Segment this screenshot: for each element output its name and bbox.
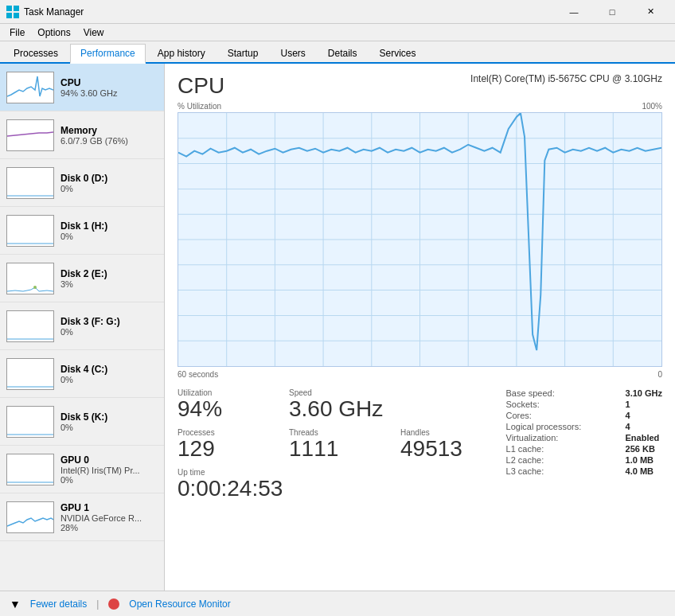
disk3-thumbnail [6, 310, 54, 342]
disk5-sidebar-info: Disk 5 (K:) 0% [60, 411, 158, 432]
disk5-thumbnail [6, 406, 54, 438]
l1-key: L1 cache: [506, 444, 626, 454]
tab-details[interactable]: Details [318, 44, 368, 62]
gpu1-sidebar-info: GPU 1 NVIDIA GeForce R...28% [60, 502, 158, 532]
tab-performance[interactable]: Performance [70, 44, 146, 64]
l3-val: 4.0 MB [626, 466, 654, 476]
virt-val: Enabled [626, 433, 660, 443]
disk2-sidebar-info: Disk 2 (E:) 3% [60, 268, 158, 289]
fewer-details-link[interactable]: Fewer details [30, 598, 87, 610]
tab-startup[interactable]: Startup [217, 44, 269, 62]
gpu0-sidebar-subtitle: Intel(R) Iris(TM) Pr...0% [60, 466, 158, 485]
virt-key: Virtualization: [506, 433, 626, 443]
utilization-speed-row: Utilization 94% Speed 3.60 GHz [178, 388, 490, 422]
stats-section: Utilization 94% Speed 3.60 GHz Processes… [178, 388, 490, 501]
utilization-stat: Utilization 94% [178, 388, 257, 422]
sidebar-item-disk0[interactable]: Disk 0 (D:) 0% [0, 159, 164, 207]
chart-label-utilization: % Utilization [178, 102, 221, 111]
tab-processes[interactable]: Processes [3, 44, 68, 62]
memory-sidebar-subtitle: 6.0/7.9 GB (76%) [60, 136, 158, 146]
svg-rect-11 [7, 359, 53, 389]
disk4-sidebar-title: Disk 4 (C:) [60, 364, 158, 375]
monitor-icon [108, 598, 119, 610]
disk3-sidebar-info: Disk 3 (F: G:) 0% [60, 316, 158, 337]
cpu-sidebar-subtitle: 94% 3.60 GHz [60, 88, 158, 98]
disk4-thumbnail [6, 358, 54, 390]
sidebar-item-cpu[interactable]: CPU 94% 3.60 GHz [0, 64, 164, 111]
memory-thumbnail [6, 119, 54, 151]
disk0-sidebar-title: Disk 0 (D:) [60, 173, 158, 184]
processes-value: 129 [178, 437, 257, 462]
logical-key: Logical processors: [506, 422, 626, 431]
disk1-sidebar-title: Disk 1 (H:) [60, 220, 158, 232]
gpu1-sidebar-title: GPU 1 [60, 502, 158, 513]
disk2-sidebar-title: Disk 2 (E:) [60, 268, 158, 279]
svg-rect-13 [7, 454, 53, 485]
tab-users[interactable]: Users [270, 44, 315, 62]
svg-rect-8 [7, 263, 53, 294]
disk3-sidebar-title: Disk 3 (F: G:) [60, 316, 158, 327]
speed-value: 3.60 GHz [289, 397, 383, 422]
maximize-button[interactable]: □ [594, 0, 630, 24]
open-resource-monitor-link[interactable]: Open Resource Monitor [129, 598, 230, 610]
svg-rect-0 [6, 6, 12, 11]
menu-view[interactable]: View [77, 25, 111, 40]
l2-val: 1.0 MB [626, 455, 654, 465]
cpu-info-table: Base speed: 3.10 GHz Sockets: 1 Cores: 4… [506, 388, 662, 501]
svg-rect-10 [7, 311, 53, 341]
l2-row: L2 cache: 1.0 MB [506, 455, 662, 465]
app-icon [6, 6, 19, 18]
gpu1-thumbnail [6, 501, 54, 533]
sidebar-item-gpu1[interactable]: GPU 1 NVIDIA GeForce R...28% [0, 493, 164, 541]
cores-key: Cores: [506, 411, 626, 420]
base-speed-row: Base speed: 3.10 GHz [506, 388, 662, 398]
sidebar: CPU 94% 3.60 GHz Memory 6.0/7.9 GB (76%) [0, 64, 165, 591]
gpu0-sidebar-title: GPU 0 [60, 454, 158, 466]
svg-point-9 [33, 286, 37, 289]
cpu-chart [178, 112, 662, 367]
menu-file[interactable]: File [3, 25, 31, 40]
cpu-model-text: Intel(R) Core(TM) i5-5675C CPU @ 3.10GHz [470, 73, 662, 84]
disk4-sidebar-subtitle: 0% [60, 375, 158, 384]
cpu-sidebar-title: CPU [60, 77, 158, 88]
memory-sidebar-info: Memory 6.0/7.9 GB (76%) [60, 125, 158, 146]
disk1-sidebar-info: Disk 1 (H:) 0% [60, 220, 158, 241]
svg-rect-14 [7, 502, 53, 532]
bottom-separator: | [96, 598, 99, 610]
handles-value: 49513 [400, 437, 480, 462]
cpu-thumbnail [6, 72, 54, 103]
l2-key: L2 cache: [506, 455, 626, 465]
svg-rect-2 [6, 13, 12, 18]
threads-stat: Threads 1111 [289, 428, 369, 462]
sidebar-item-disk5[interactable]: Disk 5 (K:) 0% [0, 398, 164, 446]
menu-options[interactable]: Options [31, 25, 76, 40]
uptime-value: 0:00:24:53 [178, 477, 490, 501]
chart-label-0s: 0 [657, 370, 662, 379]
minimize-button[interactable]: — [556, 0, 592, 24]
svg-rect-12 [7, 407, 53, 437]
cpu-chart-svg [178, 113, 661, 366]
sidebar-item-gpu0[interactable]: GPU 0 Intel(R) Iris(TM) Pr...0% [0, 446, 164, 493]
cores-val: 4 [626, 411, 630, 420]
sidebar-item-disk3[interactable]: Disk 3 (F: G:) 0% [0, 302, 164, 350]
sidebar-item-disk1[interactable]: Disk 1 (H:) 0% [0, 207, 164, 255]
chart-top-labels: % Utilization 100% [178, 102, 662, 111]
l1-val: 256 KB [626, 444, 655, 454]
sidebar-item-disk2[interactable]: Disk 2 (E:) 3% [0, 255, 164, 302]
speed-stat: Speed 3.60 GHz [289, 388, 383, 422]
svg-rect-6 [7, 168, 53, 198]
sidebar-item-disk4[interactable]: Disk 4 (C:) 0% [0, 350, 164, 398]
l3-key: L3 cache: [506, 466, 626, 476]
handles-stat: Handles 49513 [400, 428, 480, 462]
sidebar-item-memory[interactable]: Memory 6.0/7.9 GB (76%) [0, 111, 164, 159]
chart-bottom-labels: 60 seconds 0 [178, 370, 662, 379]
tab-services[interactable]: Services [369, 44, 427, 62]
uptime-stat: Up time 0:00:24:53 [178, 468, 490, 501]
chevron-down-icon: ▼ [10, 598, 21, 610]
close-button[interactable]: ✕ [632, 0, 669, 24]
disk5-sidebar-title: Disk 5 (K:) [60, 411, 158, 423]
sockets-key: Sockets: [506, 400, 626, 409]
processes-threads-handles-row: Processes 129 Threads 1111 Handles 49513 [178, 428, 490, 462]
base-speed-val: 3.10 GHz [626, 388, 662, 398]
tab-app-history[interactable]: App history [147, 44, 216, 62]
